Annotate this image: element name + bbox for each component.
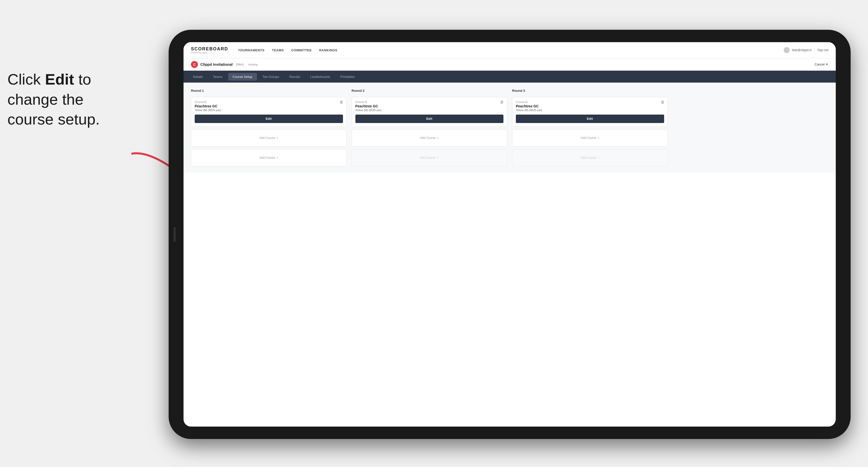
tab-course-setup[interactable]: Course Setup — [228, 73, 257, 81]
round-3-add-course-text-2: Add Course + — [581, 156, 599, 159]
round-2-course-label: (Course A) — [355, 101, 504, 103]
round-3-course-card: 🗑 (Course A) Peachtree GC Yellow (M) (66… — [512, 97, 668, 127]
round-1-add-course-text-1: Add Course + — [259, 136, 278, 139]
cancel-icon: ✕ — [826, 62, 828, 66]
user-email: blair@clippd.io — [792, 49, 812, 52]
tournament-gender: (Men) — [236, 63, 244, 66]
round-3-add-course-text-1: Add Course + — [581, 136, 599, 139]
round-2-add-course-2: Add Course + — [352, 149, 507, 166]
tablet-side-button — [174, 227, 176, 242]
nav-rankings[interactable]: RANKINGS — [319, 49, 337, 52]
round-1-course-name: Peachtree GC — [195, 104, 343, 108]
round-3-plus-icon-1: + — [597, 136, 599, 139]
round-2-edit-button[interactable]: Edit — [355, 115, 504, 123]
round-3-course-label: (Course A) — [516, 101, 664, 103]
tab-printables[interactable]: Printables — [336, 73, 359, 81]
round-3-add-course-2: Add Course + — [512, 149, 668, 166]
tab-results[interactable]: Results — [285, 73, 305, 81]
tournament-logo: C — [191, 61, 198, 68]
nav-separator: | — [814, 49, 815, 52]
logo-sub-text: Powered by clippd — [191, 52, 228, 54]
tab-leaderboards[interactable]: Leaderboards — [306, 73, 335, 81]
round-2-column: Round 2 🗑 (Course A) Peachtree GC Yellow… — [352, 89, 507, 166]
round-3-add-course-1[interactable]: Add Course + — [512, 129, 668, 147]
nav-links: TOURNAMENTS TEAMS COMMITTEE RANKINGS — [238, 49, 784, 52]
sign-out-link[interactable]: Sign out — [817, 49, 828, 52]
round-2-plus-icon-2: + — [437, 156, 439, 159]
tab-tee-groups[interactable]: Tee Groups — [258, 73, 284, 81]
logo-main-text: SCOREBOARD — [191, 46, 228, 52]
tournament-title-section: C Clippd Invitational (Men) Hosting — [191, 61, 258, 68]
tab-teams[interactable]: Teams — [209, 73, 227, 81]
hosting-badge: Hosting — [248, 63, 257, 66]
tab-details[interactable]: Details — [188, 73, 207, 81]
round-3-edit-button[interactable]: Edit — [516, 115, 664, 123]
round-1-delete-icon[interactable]: 🗑 — [339, 100, 344, 105]
instruction-bold: Edit — [45, 71, 74, 88]
tournament-name: Clippd Invitational — [200, 62, 232, 66]
round-1-column: Round 1 🗑 (Course A) Peachtree GC Yellow… — [191, 89, 347, 166]
scoreboard-logo: SCOREBOARD Powered by clippd — [191, 46, 228, 54]
round-2-delete-icon[interactable]: 🗑 — [499, 100, 504, 105]
tablet-screen: SCOREBOARD Powered by clippd TOURNAMENTS… — [184, 42, 836, 427]
round-1-add-course-2[interactable]: Add Course + — [191, 149, 347, 166]
nav-teams[interactable]: TEAMS — [272, 49, 284, 52]
round-2-course-name: Peachtree GC — [355, 104, 504, 108]
main-content: Round 1 🗑 (Course A) Peachtree GC Yellow… — [184, 83, 836, 173]
round-1-course-card: 🗑 (Course A) Peachtree GC Yellow (M) (66… — [191, 97, 347, 127]
instruction-text: Click Edit tochange thecourse setup. — [7, 69, 151, 129]
rounds-container: Round 1 🗑 (Course A) Peachtree GC Yellow… — [191, 89, 828, 166]
round-2-title: Round 2 — [352, 89, 507, 93]
nav-tournaments[interactable]: TOURNAMENTS — [238, 49, 265, 52]
round-2-course-card: 🗑 (Course A) Peachtree GC Yellow (M) (66… — [352, 97, 507, 127]
round-2-add-course-text-1: Add Course + — [420, 136, 439, 139]
round-4-empty-column — [673, 89, 829, 166]
tournament-header: C Clippd Invitational (Men) Hosting Canc… — [184, 58, 836, 71]
nav-right: blair@clippd.io | Sign out — [784, 47, 828, 53]
round-3-column: Round 3 🗑 (Course A) Peachtree GC Yellow… — [512, 89, 668, 166]
round-2-add-course-1[interactable]: Add Course + — [352, 129, 507, 147]
round-2-plus-icon-1: + — [437, 136, 439, 139]
tab-bar: Details Teams Course Setup Tee Groups Re… — [184, 71, 836, 83]
cancel-button[interactable]: Cancel ✕ — [815, 62, 828, 66]
round-1-title: Round 1 — [191, 89, 347, 93]
round-3-delete-icon[interactable]: 🗑 — [660, 100, 665, 105]
round-2-add-course-text-2: Add Course + — [420, 156, 439, 159]
nav-committee[interactable]: COMMITTEE — [291, 49, 312, 52]
round-1-add-course-1[interactable]: Add Course + — [191, 129, 347, 147]
round-1-plus-icon-1: + — [276, 136, 278, 139]
round-3-title: Round 3 — [512, 89, 668, 93]
instruction-prefix: Click — [7, 71, 45, 88]
round-1-plus-icon-2: + — [276, 156, 278, 159]
user-avatar — [784, 47, 789, 53]
round-1-course-label: (Course A) — [195, 101, 343, 103]
round-3-course-name: Peachtree GC — [516, 104, 664, 108]
round-3-plus-icon-2: + — [597, 156, 599, 159]
round-3-course-info: Yellow (M) (6629 yds) — [516, 108, 664, 112]
round-1-edit-button[interactable]: Edit — [195, 115, 343, 123]
round-1-course-info: Yellow (M) (6629 yds) — [195, 108, 343, 112]
round-2-course-info: Yellow (M) (6629 yds) — [355, 108, 504, 112]
round-1-add-course-text-2: Add Course + — [259, 156, 278, 159]
tablet-device: SCOREBOARD Powered by clippd TOURNAMENTS… — [168, 30, 850, 439]
top-nav-bar: SCOREBOARD Powered by clippd TOURNAMENTS… — [184, 42, 836, 58]
cancel-label: Cancel — [815, 62, 825, 66]
